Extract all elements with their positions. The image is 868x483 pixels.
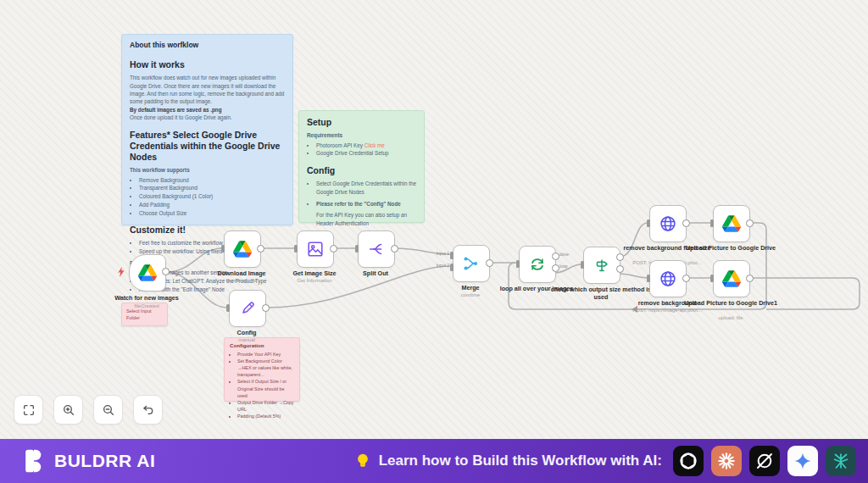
note-paragraph: For the API Key you can also setup an He… (307, 211, 416, 227)
loop-icon (528, 255, 547, 274)
output-port[interactable] (746, 275, 754, 282)
claude-starburst-glyph (716, 451, 737, 471)
node-remove-background[interactable]: remove background POST: https://image-ap… (649, 260, 685, 297)
undo-icon (142, 403, 155, 417)
input-port-1 (450, 252, 453, 259)
input-port (294, 245, 298, 253)
input-port (647, 275, 650, 282)
node-download-image[interactable]: Download Image download: file (224, 230, 259, 268)
google-drive-icon (138, 264, 157, 281)
workflow-canvas[interactable]: About this worfklow How it works This wo… (0, 0, 868, 439)
note-list: Provide Your API Key Set Background Colo… (230, 351, 294, 419)
sticky-note-configuration[interactable]: Configuration Provide Your API Key Set B… (224, 337, 300, 402)
zoom-out-button[interactable] (93, 395, 123, 425)
http-request-globe-icon (659, 214, 677, 233)
undo-button[interactable] (133, 395, 163, 425)
input-port (226, 304, 230, 312)
fit-view-button[interactable] (14, 395, 43, 425)
footer-bar: BULDRR AI Learn how to Build this Workfl… (0, 439, 868, 483)
node-subtitle: upload: file (680, 315, 782, 320)
node-split-out[interactable]: Split Out (358, 230, 393, 268)
output-port-loop[interactable] (552, 264, 559, 272)
zoom-in-button[interactable] (53, 395, 83, 425)
openai-glyph (678, 451, 698, 471)
note-heading: How it works (130, 59, 285, 70)
node-config[interactable]: Config manual (229, 290, 264, 327)
note-heading: Customize it! (130, 225, 285, 236)
connection (620, 274, 648, 278)
output-port[interactable] (257, 245, 264, 253)
input-port (710, 219, 714, 227)
node-subtitle: fileCreated (96, 303, 198, 308)
port-label: loop (559, 264, 567, 269)
node-label: Watch for new images (96, 294, 198, 302)
http-request-globe-icon (659, 269, 677, 288)
node-label: Upload Picture to Google Drive1 (680, 299, 782, 307)
node-subtitle: manual (196, 337, 298, 342)
output-port-2[interactable] (616, 265, 624, 273)
node-upload-picture-to-google-drive1[interactable]: Upload Picture to Google Drive1 upload: … (713, 260, 748, 297)
output-port[interactable] (486, 259, 493, 267)
input-port (581, 261, 584, 269)
output-port[interactable] (330, 245, 337, 253)
windsurf-icon[interactable] (826, 446, 856, 476)
pencil-icon (239, 300, 256, 317)
teal-angular-glyph (831, 451, 851, 471)
node-check-output-size[interactable]: check which output size method is used (583, 247, 619, 284)
note-title: Configuration (230, 342, 294, 348)
node-loop-over-images[interactable]: done loop loop all over your images (519, 246, 554, 283)
lightbulb-icon (354, 452, 371, 470)
claude-icon[interactable] (711, 446, 742, 476)
output-port[interactable] (391, 245, 398, 253)
fit-view-icon (22, 403, 36, 417)
output-port-done[interactable] (552, 253, 559, 260)
gemini-star-glyph (793, 451, 813, 471)
gemini-icon[interactable] (787, 446, 818, 476)
note-list: Remove Background Transparent Background… (130, 176, 285, 218)
node-label: Upload Picture to Google Drive (680, 244, 782, 252)
note-title: About this worfklow (130, 41, 285, 49)
footer-message: Learn how to Build this Workflow with AI… (354, 452, 662, 470)
node-merge[interactable]: Input 1 Input 2 Merge combine (453, 245, 488, 282)
split-out-icon (367, 240, 386, 258)
google-drive-icon (233, 241, 252, 258)
sticky-note-about[interactable]: About this worfklow How it works This wo… (121, 34, 293, 225)
zoom-out-icon (102, 403, 115, 417)
node-remove-background-fixed-size[interactable]: remove background fixed size POST: https… (649, 205, 685, 242)
sticky-note-setup[interactable]: Setup Requirements Photoroom API Key Cli… (298, 110, 425, 223)
brand: BULDRR AI (22, 448, 155, 474)
canvas-controls (14, 395, 163, 425)
note-list: Select Google Drive Credentials within t… (307, 180, 416, 208)
output-port[interactable] (682, 219, 690, 227)
note-heading: Config (307, 165, 416, 176)
node-label: Config (196, 329, 298, 336)
grok-icon[interactable] (749, 446, 780, 476)
ai-tool-links (673, 446, 856, 476)
output-port[interactable] (746, 219, 754, 227)
input-port (647, 219, 650, 227)
output-port[interactable] (682, 275, 690, 282)
output-port[interactable] (262, 304, 270, 312)
output-port[interactable] (162, 268, 170, 275)
click-me-link[interactable]: Click me (364, 142, 385, 148)
image-icon (306, 240, 325, 258)
google-drive-icon (722, 270, 741, 287)
switch-icon (593, 256, 611, 275)
node-subtitle: POST: https://image-api.phot... (616, 308, 718, 313)
note-subheading: This workflow supports (130, 166, 285, 174)
input-port (355, 245, 359, 253)
openai-icon[interactable] (673, 446, 704, 476)
note-subheading: Requirements (307, 131, 416, 139)
connection (620, 223, 648, 257)
merge-icon (462, 254, 481, 273)
port-label: done (559, 252, 569, 257)
google-drive-icon (722, 215, 741, 232)
zoom-in-icon (62, 403, 75, 417)
node-watch-for-new-images[interactable]: Watch for new images fileCreated (129, 254, 164, 291)
note-list: Photoroom API Key Click me Google Drive … (307, 142, 416, 158)
input-port (221, 245, 225, 253)
port-label: Input 1 (437, 251, 449, 256)
input-port (710, 275, 714, 282)
node-upload-picture-to-google-drive[interactable]: Upload Picture to Google Drive upload: f… (713, 205, 748, 242)
node-get-image-size[interactable]: Get Image Size Get Information (297, 230, 332, 268)
